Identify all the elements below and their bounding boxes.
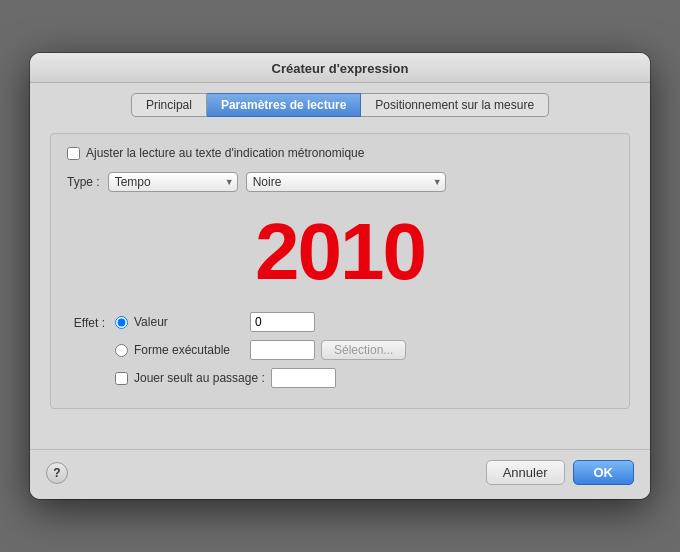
type-label: Type : — [67, 175, 100, 189]
note-select[interactable]: Noire Blanche Croche — [246, 172, 446, 192]
note-select-wrapper: Noire Blanche Croche — [246, 172, 446, 192]
preview-number: 2010 — [255, 206, 425, 298]
tab-principal[interactable]: Principal — [131, 93, 207, 117]
jouer-row: Jouer seult au passage : — [115, 368, 406, 388]
annuler-button[interactable]: Annuler — [486, 460, 565, 485]
jouer-checkbox[interactable] — [115, 372, 128, 385]
valeur-radio[interactable] — [115, 316, 128, 329]
tab-bar: Principal Paramètres de lecture Position… — [30, 83, 650, 117]
effet-label: Effet : — [67, 312, 105, 330]
bottom-bar: ? Annuler OK — [30, 449, 650, 499]
forme-input[interactable] — [250, 340, 315, 360]
type-row: Type : Tempo Nuance Texte Noire Blanche … — [67, 172, 613, 192]
help-button[interactable]: ? — [46, 462, 68, 484]
jouer-label: Jouer seult au passage : — [134, 371, 265, 385]
ok-button[interactable]: OK — [573, 460, 635, 485]
dialog-title: Créateur d'expression — [272, 61, 409, 76]
tab-parametres[interactable]: Paramètres de lecture — [207, 93, 361, 117]
dialog: Créateur d'expression Principal Paramètr… — [30, 53, 650, 499]
selection-button[interactable]: Sélection... — [321, 340, 406, 360]
tab-positionnement[interactable]: Positionnement sur la mesure — [361, 93, 549, 117]
effet-section: Effet : Valeur Forme exécutable Sélectio… — [67, 312, 613, 388]
type-select[interactable]: Tempo Nuance Texte — [108, 172, 238, 192]
metronome-checkbox[interactable] — [67, 147, 80, 160]
action-buttons: Annuler OK — [486, 460, 634, 485]
effet-options: Valeur Forme exécutable Sélection... Jou… — [115, 312, 406, 388]
metronome-label: Ajuster la lecture au texte d'indication… — [86, 146, 364, 160]
valeur-row: Valeur — [115, 312, 406, 332]
main-content: Ajuster la lecture au texte d'indication… — [30, 117, 650, 429]
title-bar: Créateur d'expression — [30, 53, 650, 83]
inner-panel: Ajuster la lecture au texte d'indication… — [50, 133, 630, 409]
metronome-checkbox-row: Ajuster la lecture au texte d'indication… — [67, 146, 613, 160]
valeur-label: Valeur — [134, 315, 244, 329]
valeur-input[interactable] — [250, 312, 315, 332]
type-select-wrapper: Tempo Nuance Texte — [108, 172, 238, 192]
jouer-input[interactable] — [271, 368, 336, 388]
preview-area: 2010 — [67, 202, 613, 302]
forme-label: Forme exécutable — [134, 343, 244, 357]
forme-row: Forme exécutable Sélection... — [115, 340, 406, 360]
forme-radio[interactable] — [115, 344, 128, 357]
